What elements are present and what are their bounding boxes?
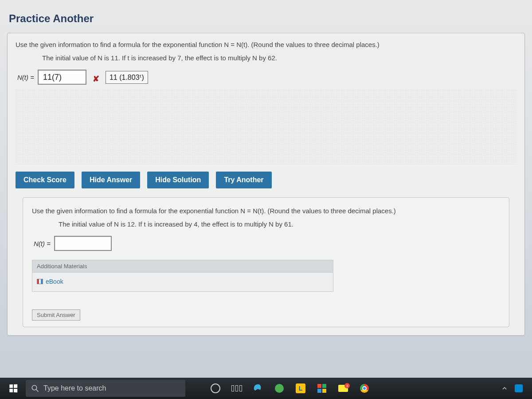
problem1-subprompt: The initial value of N is 11. If t is in… [42,53,516,63]
answer-label-2: N(t) = [32,240,51,247]
problem1-panel: Use the given information to find a form… [7,33,525,336]
work-area [16,89,516,164]
problem1-button-row: Check Score Hide Answer Hide Solution Tr… [16,172,516,188]
ebook-label: eBook [46,278,63,285]
app-grid-icon[interactable] [312,379,332,397]
problem2-answer-row: N(t) = [32,236,500,251]
answer-input-1[interactable] [38,70,86,85]
hide-answer-button[interactable]: Hide Answer [82,172,140,188]
ebook-link[interactable]: eBook [37,278,63,285]
taskbar-search[interactable]: Type here to search [26,380,185,397]
problem1-answer-row: N(t) = ✘ 11 (1.803ᵗ) [16,70,516,85]
solution-display: 11 (1.803ᵗ) [106,71,148,84]
problem2-prompt: Use the given information to find a form… [32,206,500,216]
problem2-subprompt: The initial value of N is 12. If t is in… [59,219,500,230]
taskbar: Type here to search L 3 [0,378,532,399]
svg-line-1 [36,389,38,391]
search-placeholder: Type here to search [43,384,106,392]
taskbar-pinned-apps: L 3 [206,379,374,397]
problem2-panel: Use the given information to find a form… [23,197,509,327]
check-score-button[interactable]: Check Score [16,172,74,188]
search-icon [31,384,39,392]
try-another-button[interactable]: Try Another [216,172,271,188]
app-l-icon[interactable]: L [291,379,310,397]
edge-icon[interactable] [248,379,268,397]
hide-solution-button[interactable]: Hide Solution [147,172,209,188]
book-icon [37,279,43,284]
answer-input-2[interactable] [54,236,112,251]
windows-logo-icon [9,384,17,393]
task-view-icon[interactable] [227,379,246,397]
page-title: Practice Another [0,0,532,33]
incorrect-icon: ✘ [90,74,102,84]
start-button[interactable] [4,379,23,397]
additional-materials-header: Additional Materials [32,260,333,272]
cortana-icon[interactable] [206,379,225,397]
problem1-prompt: Use the given information to find a form… [16,39,516,50]
submit-answer-button[interactable]: Submit Answer [32,309,80,321]
answer-label: N(t) = [16,74,34,81]
app-green-icon[interactable] [270,379,289,397]
additional-materials-body: eBook [32,272,333,292]
svg-point-0 [32,385,37,390]
app-chrome-icon[interactable] [355,379,374,397]
tray-chevron-icon[interactable] [499,383,510,394]
app-mail-icon[interactable]: 3 [333,379,353,397]
tray-app-icon[interactable] [513,383,524,394]
system-tray [499,383,528,394]
